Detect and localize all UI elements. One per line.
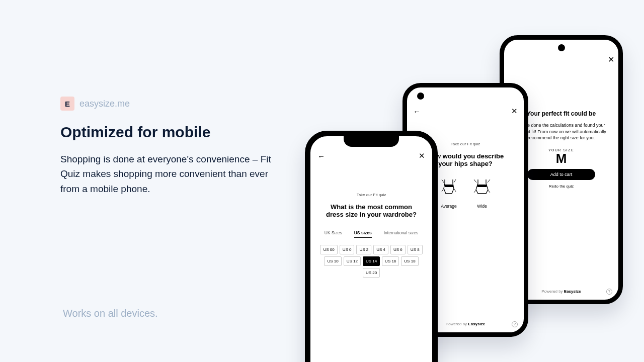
headline: Optimized for mobile: [60, 124, 272, 141]
shape-option-label: Average: [441, 204, 457, 209]
camera-dot-icon: [558, 44, 565, 51]
size-option-button[interactable]: US 16: [382, 256, 399, 266]
svg-rect-5: [477, 185, 487, 187]
size-option-button[interactable]: US 20: [363, 268, 380, 278]
svg-line-2: [454, 179, 456, 183]
shape-option-label: Wide: [477, 204, 487, 209]
size-option-button[interactable]: US 12: [344, 256, 361, 266]
svg-line-8: [474, 190, 476, 193]
brand-row: E easysize.me: [60, 97, 272, 111]
marketing-text-block: E easysize.me Optimized for mobile Shopp…: [60, 97, 272, 196]
tab-intl-sizes[interactable]: International sizes: [384, 230, 419, 238]
svg-line-7: [488, 179, 490, 183]
phones-stage: ✕ Your perfect fit could be We've done t…: [302, 35, 624, 357]
powered-by-brand: Easysize: [564, 289, 581, 294]
topbar: ← ✕: [317, 151, 425, 160]
size-option-button[interactable]: US 6: [390, 245, 406, 254]
size-option-button[interactable]: US 4: [373, 245, 388, 254]
size-option-button[interactable]: US 2: [356, 245, 371, 254]
svg-line-3: [442, 189, 444, 192]
size-option-button[interactable]: US 00: [320, 245, 337, 254]
svg-line-4: [454, 189, 456, 192]
works-on-text: Works on all devices.: [63, 308, 158, 319]
take-quiz-label: Take our Fit quiz: [317, 193, 425, 197]
svg-line-6: [474, 179, 476, 183]
size-options-grid: US 00US 0US 2US 4US 6US 8US 10US 12US 14…: [317, 245, 425, 278]
tab-us-sizes[interactable]: US sizes: [354, 230, 372, 238]
back-arrow-icon[interactable]: ←: [413, 107, 421, 116]
help-icon[interactable]: ?: [606, 289, 612, 295]
size-option-button[interactable]: US 8: [408, 245, 423, 254]
tab-uk-sizes[interactable]: UK Sizes: [325, 230, 342, 238]
phone-notch-icon: [344, 136, 399, 147]
svg-rect-0: [445, 185, 453, 187]
question-content: Take our Fit quiz What is the most commo…: [310, 193, 432, 278]
add-to-cart-button[interactable]: Add to cart: [527, 169, 595, 180]
hips-shape-icon: [472, 176, 492, 199]
powered-by-brand: Easysize: [468, 322, 485, 326]
hips-shape-icon: [439, 176, 459, 199]
camera-dot-icon: [417, 93, 424, 100]
hips-option-wide[interactable]: Wide: [472, 176, 492, 209]
question-title: What is the most common dress size in yo…: [317, 203, 425, 218]
phone-size-question: ← ✕ Take our Fit quiz What is the most c…: [305, 131, 438, 362]
size-option-button[interactable]: US 14: [363, 256, 380, 266]
close-icon[interactable]: ✕: [511, 107, 518, 116]
help-icon[interactable]: ?: [512, 321, 518, 327]
back-arrow-icon[interactable]: ←: [317, 152, 325, 160]
powered-by-prefix: Powered by: [541, 289, 564, 294]
close-icon[interactable]: ✕: [608, 55, 614, 64]
size-option-button[interactable]: US 0: [340, 245, 355, 254]
close-icon[interactable]: ✕: [419, 151, 425, 160]
topbar: ← ✕: [413, 107, 518, 116]
hips-option-average[interactable]: Average: [439, 176, 459, 209]
size-system-tabs: UK Sizes US sizes International sizes: [317, 230, 425, 238]
powered-by-prefix: Powered by: [446, 322, 468, 326]
size-option-button[interactable]: US 18: [401, 256, 418, 266]
brand-badge: E: [60, 97, 74, 111]
brand-name: easysize.me: [79, 99, 130, 109]
svg-line-1: [442, 179, 444, 183]
body-copy: Shopping is done at everyone's convenien…: [60, 152, 272, 196]
size-option-button[interactable]: US 10: [324, 256, 341, 266]
svg-line-9: [488, 190, 490, 193]
